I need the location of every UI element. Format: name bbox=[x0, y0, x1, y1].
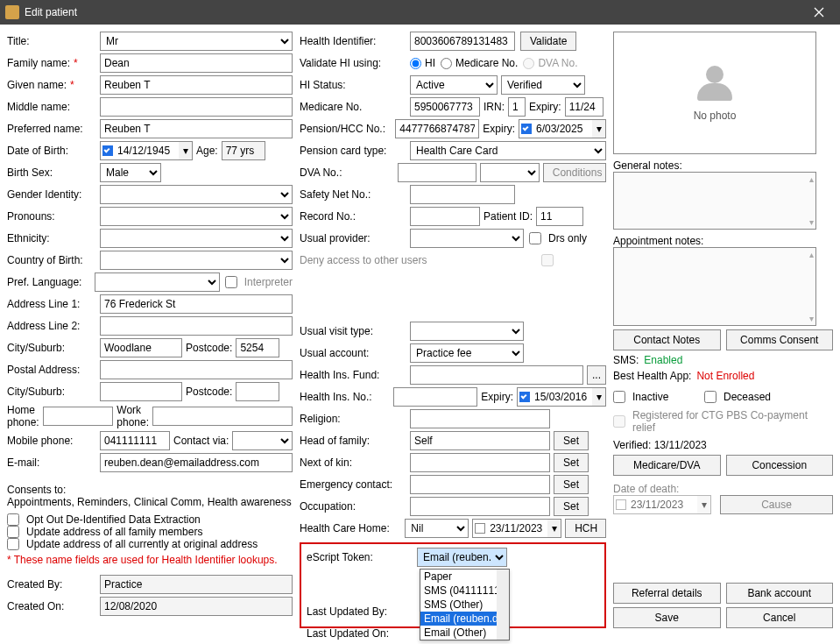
record-no-input[interactable] bbox=[410, 207, 480, 226]
bank-account-button[interactable]: Bank account bbox=[726, 583, 834, 604]
chevron-down-icon[interactable]: ▾ bbox=[179, 141, 193, 160]
comms-consent-button[interactable]: Comms Consent bbox=[726, 329, 834, 350]
health-identifier-input[interactable] bbox=[410, 32, 515, 51]
preferred-name-input[interactable] bbox=[100, 119, 293, 138]
pension-expiry-input[interactable] bbox=[533, 119, 592, 138]
health-ins-fund-input[interactable] bbox=[410, 365, 583, 385]
postcode-input[interactable] bbox=[236, 338, 279, 357]
validate-hi-radio[interactable]: HI bbox=[410, 57, 435, 69]
country-of-birth-select[interactable] bbox=[100, 251, 293, 270]
pension-expiry-datepicker[interactable]: ▾ bbox=[519, 119, 606, 138]
scroll-up-icon[interactable]: ▴ bbox=[809, 250, 814, 259]
update-family-address-checkbox[interactable] bbox=[7, 526, 19, 538]
head-of-family-set-button[interactable]: Set bbox=[554, 431, 589, 450]
chevron-down-icon[interactable]: ▾ bbox=[592, 387, 606, 407]
emergency-contact-input[interactable] bbox=[410, 475, 550, 494]
pension-card-type-select[interactable]: Health Care Card bbox=[410, 141, 606, 160]
save-button[interactable]: Save bbox=[613, 607, 721, 628]
emergency-contact-set-button[interactable]: Set bbox=[554, 475, 589, 494]
address2-input[interactable] bbox=[100, 316, 293, 336]
chevron-down-icon[interactable]: ▾ bbox=[592, 119, 606, 138]
health-ins-fund-lookup-button[interactable]: ... bbox=[587, 365, 606, 385]
postal-postcode-input[interactable] bbox=[236, 382, 279, 401]
close-button[interactable] bbox=[803, 0, 835, 25]
update-original-address-checkbox[interactable] bbox=[7, 538, 19, 550]
escript-token-select[interactable]: Email (reuben.dean@e bbox=[417, 548, 507, 567]
health-ins-no-input[interactable] bbox=[393, 387, 477, 407]
irn-input[interactable] bbox=[508, 97, 526, 117]
validate-button[interactable]: Validate bbox=[520, 32, 576, 51]
escript-token-dropdown[interactable]: Paper SMS (041111111) SMS (Other) Email … bbox=[420, 569, 510, 640]
next-of-kin-input[interactable] bbox=[410, 453, 550, 472]
escript-option-email-other[interactable]: Email (Other) bbox=[420, 626, 509, 640]
usual-provider-select[interactable] bbox=[410, 229, 524, 248]
postal-city-input[interactable] bbox=[100, 382, 182, 401]
medicare-no-input[interactable] bbox=[410, 97, 480, 117]
pronouns-select[interactable] bbox=[100, 207, 293, 226]
dropdown-scrollbar[interactable] bbox=[497, 570, 509, 640]
safety-net-input[interactable] bbox=[410, 185, 515, 204]
chevron-down-icon[interactable]: ▾ bbox=[547, 519, 561, 538]
hch-button[interactable]: HCH bbox=[565, 519, 606, 538]
conditions-button[interactable]: Conditions bbox=[543, 163, 606, 182]
mobile-phone-input[interactable] bbox=[100, 431, 170, 450]
dva-no-input[interactable] bbox=[398, 163, 476, 182]
head-of-family-input[interactable] bbox=[410, 431, 550, 450]
appointment-notes-textarea[interactable]: ▴ ▾ bbox=[613, 247, 816, 326]
pension-hcc-input[interactable] bbox=[395, 119, 479, 138]
scroll-down-icon[interactable]: ▾ bbox=[809, 314, 814, 323]
gender-identity-select[interactable] bbox=[100, 185, 293, 204]
deceased-checkbox[interactable] bbox=[704, 391, 716, 403]
family-name-input[interactable] bbox=[100, 53, 293, 73]
title-select[interactable]: Mr bbox=[100, 32, 293, 51]
birth-sex-select[interactable]: Male bbox=[100, 163, 161, 182]
dob-input[interactable] bbox=[114, 141, 179, 160]
ethnicity-select[interactable] bbox=[100, 229, 293, 248]
escript-option-sms-other[interactable]: SMS (Other) bbox=[420, 598, 509, 612]
scroll-down-icon[interactable]: ▾ bbox=[809, 217, 814, 227]
health-care-home-label: Health Care Home: bbox=[300, 522, 405, 534]
interpreter-checkbox[interactable] bbox=[225, 276, 237, 288]
health-care-home-select[interactable]: Nil bbox=[405, 519, 469, 538]
health-ins-expiry-input[interactable] bbox=[531, 387, 592, 407]
patient-photo-box[interactable]: No photo bbox=[613, 32, 816, 154]
cancel-button[interactable]: Cancel bbox=[726, 607, 834, 628]
concession-button[interactable]: Concession bbox=[726, 455, 834, 476]
pref-language-select[interactable] bbox=[95, 272, 219, 292]
contact-notes-button[interactable]: Contact Notes bbox=[613, 329, 721, 350]
drs-only-checkbox[interactable] bbox=[529, 232, 541, 244]
usual-visit-type-select[interactable] bbox=[410, 322, 524, 341]
next-of-kin-set-button[interactable]: Set bbox=[554, 453, 589, 472]
escript-option-email[interactable]: Email (reuben.dean@em bbox=[420, 612, 509, 626]
usual-account-select[interactable]: Practice fee bbox=[410, 343, 524, 363]
inactive-checkbox[interactable] bbox=[613, 391, 625, 403]
work-phone-input[interactable] bbox=[152, 407, 293, 426]
home-phone-input[interactable] bbox=[43, 407, 113, 426]
dob-datepicker[interactable]: ▾ bbox=[100, 141, 193, 160]
postal-address-input[interactable] bbox=[100, 360, 293, 379]
scroll-up-icon[interactable]: ▴ bbox=[809, 174, 814, 184]
opt-out-extraction-checkbox[interactable] bbox=[7, 513, 19, 526]
given-name-input[interactable] bbox=[100, 75, 293, 95]
city-input[interactable] bbox=[100, 338, 182, 357]
address1-input[interactable] bbox=[100, 294, 293, 314]
hi-status-verified-select[interactable]: Verified bbox=[501, 75, 585, 95]
hch-date-input[interactable] bbox=[486, 519, 547, 538]
religion-input[interactable] bbox=[410, 409, 550, 428]
hi-status-active-select[interactable]: Active bbox=[410, 75, 498, 95]
email-input[interactable] bbox=[100, 453, 293, 472]
medicare-expiry-input[interactable] bbox=[565, 97, 604, 117]
middle-name-input[interactable] bbox=[100, 97, 293, 117]
health-ins-expiry-datepicker[interactable]: ▾ bbox=[517, 387, 606, 407]
referral-details-button[interactable]: Referral details bbox=[613, 583, 721, 604]
general-notes-textarea[interactable]: ▴ ▾ bbox=[613, 172, 816, 230]
medicare-dva-button[interactable]: Medicare/DVA bbox=[613, 455, 721, 476]
occupation-set-button[interactable]: Set bbox=[554, 497, 589, 516]
hch-datepicker[interactable]: ▾ bbox=[472, 519, 561, 538]
occupation-input[interactable] bbox=[410, 497, 550, 516]
dva-type-select[interactable] bbox=[480, 163, 540, 182]
contact-via-select[interactable] bbox=[232, 431, 293, 450]
escript-option-sms-number[interactable]: SMS (041111111) bbox=[420, 584, 509, 598]
validate-medicare-radio[interactable]: Medicare No. bbox=[441, 57, 518, 69]
escript-option-paper[interactable]: Paper bbox=[420, 570, 509, 584]
